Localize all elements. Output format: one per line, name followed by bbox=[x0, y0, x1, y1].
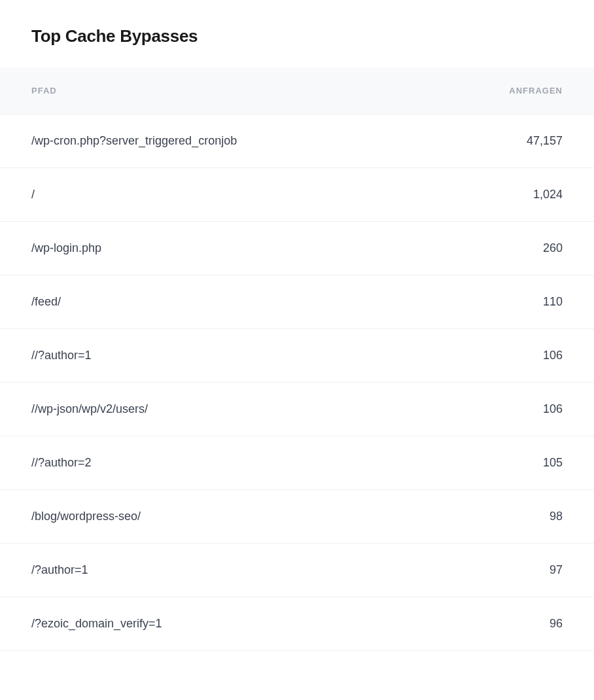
cache-bypasses-panel: Top Cache Bypasses PFAD ANFRAGEN /wp-cro… bbox=[0, 0, 594, 651]
table-row: //?author=2105 bbox=[0, 436, 594, 490]
table-row: //?author=1106 bbox=[0, 329, 594, 383]
column-header-path: PFAD bbox=[31, 86, 57, 96]
requests-cell: 260 bbox=[543, 241, 563, 255]
requests-cell: 97 bbox=[550, 563, 563, 577]
path-cell: //wp-json/wp/v2/users/ bbox=[31, 402, 148, 416]
requests-cell: 98 bbox=[550, 510, 563, 523]
table-row: /?ezoic_domain_verify=196 bbox=[0, 597, 594, 651]
requests-cell: 106 bbox=[543, 349, 563, 362]
requests-cell: 1,024 bbox=[533, 188, 563, 201]
table-row: /wp-cron.php?server_triggered_cronjob47,… bbox=[0, 114, 594, 168]
path-cell: /?author=1 bbox=[31, 563, 88, 577]
table-row: /wp-login.php260 bbox=[0, 222, 594, 275]
path-cell: //?author=1 bbox=[31, 349, 92, 362]
requests-cell: 47,157 bbox=[527, 134, 563, 148]
requests-cell: 96 bbox=[550, 617, 563, 631]
path-cell: / bbox=[31, 188, 35, 201]
path-cell: /blog/wordpress-seo/ bbox=[31, 510, 141, 523]
table-row: /?author=197 bbox=[0, 544, 594, 597]
path-cell: //?author=2 bbox=[31, 456, 92, 470]
table-header: PFAD ANFRAGEN bbox=[0, 67, 594, 114]
path-cell: /wp-cron.php?server_triggered_cronjob bbox=[31, 134, 237, 148]
path-cell: /?ezoic_domain_verify=1 bbox=[31, 617, 162, 631]
cache-bypasses-table: PFAD ANFRAGEN /wp-cron.php?server_trigge… bbox=[0, 67, 594, 651]
table-row: /1,024 bbox=[0, 168, 594, 222]
path-cell: /feed/ bbox=[31, 295, 61, 309]
requests-cell: 105 bbox=[543, 456, 563, 470]
requests-cell: 106 bbox=[543, 402, 563, 416]
table-row: /feed/110 bbox=[0, 275, 594, 329]
path-cell: /wp-login.php bbox=[31, 241, 101, 255]
panel-title: Top Cache Bypasses bbox=[0, 26, 594, 67]
table-row: //wp-json/wp/v2/users/106 bbox=[0, 383, 594, 436]
requests-cell: 110 bbox=[543, 295, 563, 309]
column-header-requests: ANFRAGEN bbox=[509, 86, 563, 96]
table-row: /blog/wordpress-seo/98 bbox=[0, 490, 594, 544]
